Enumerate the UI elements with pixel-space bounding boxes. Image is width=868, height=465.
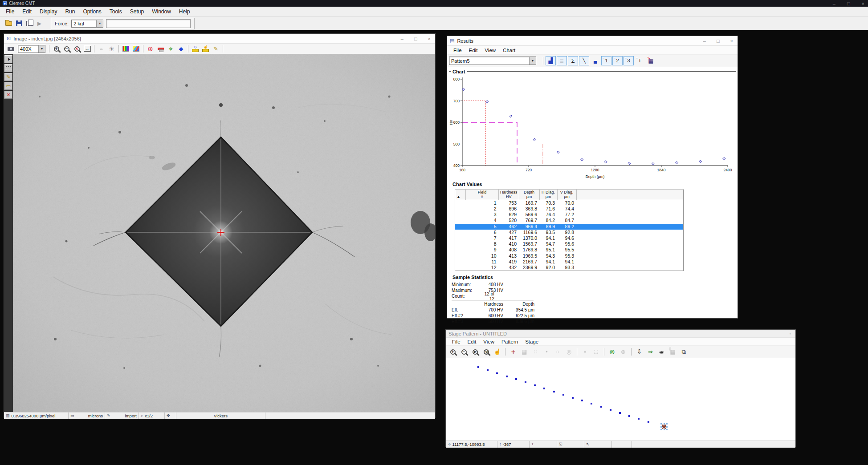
table-row[interactable]: 4520769.784.284.7 <box>455 218 684 223</box>
red-ruler-button[interactable] <box>155 44 166 53</box>
pattern-point[interactable] <box>562 394 564 396</box>
zoom-cursor-button[interactable]: ➤ <box>470 347 480 356</box>
export-pattern-button[interactable]: ⇒ <box>645 347 656 356</box>
maximize-icon[interactable]: □ <box>414 36 417 41</box>
maximize-icon[interactable]: □ <box>847 1 850 6</box>
pattern-point[interactable] <box>515 378 517 380</box>
table-row[interactable]: 94081769.895.195.5 <box>455 247 684 253</box>
close-icon[interactable]: × <box>862 1 864 6</box>
pattern-point[interactable] <box>525 381 526 383</box>
table-row[interactable]: 84101569.794.795.6 <box>455 241 684 247</box>
select-rect-tool-button[interactable] <box>4 64 12 72</box>
maximize-icon[interactable]: □ <box>717 38 720 44</box>
column-header[interactable]: Field# <box>466 190 499 200</box>
magnification-select[interactable]: 400X ▼ <box>18 45 45 53</box>
chart-values-table[interactable]: ▲Field#HardnessHVDepthµmH Diag.µmV Diag.… <box>455 189 684 271</box>
curve-chart-button[interactable]: ╲ <box>579 56 589 65</box>
zoom-in-button[interactable]: + <box>448 347 458 356</box>
delete-chart-button[interactable]: ▦↘ <box>646 56 656 65</box>
column-header[interactable]: Depthµm <box>519 190 539 200</box>
pattern-point[interactable] <box>534 384 536 386</box>
zoom-out-button[interactable]: − <box>61 44 72 53</box>
table-row[interactable]: 104131969.594.395.3 <box>455 253 684 259</box>
pattern-point[interactable] <box>591 403 592 404</box>
menu-window[interactable]: Window <box>148 8 175 16</box>
palette-button[interactable] <box>121 44 131 53</box>
run-button[interactable]: ► <box>34 19 45 28</box>
stage-down-button[interactable]: ⇩ <box>634 347 644 356</box>
minimize-icon[interactable]: – <box>833 1 835 6</box>
pattern-point[interactable] <box>638 418 640 420</box>
measure-tool-button[interactable]: ▭ <box>4 82 12 90</box>
pattern-point[interactable] <box>648 421 649 423</box>
micrograph-image[interactable] <box>13 54 435 412</box>
chart-t-button[interactable]: T·· <box>635 56 645 65</box>
brightness-button[interactable]: ☀ <box>106 44 117 53</box>
window-control-stub[interactable]: ▫ <box>790 332 791 336</box>
pattern-point[interactable] <box>628 415 630 417</box>
open-file-button[interactable] <box>4 19 14 28</box>
chart-1-button[interactable]: 1·· <box>601 56 611 65</box>
stage-diamond-button[interactable]: ◇ <box>190 44 200 53</box>
menu-options[interactable]: Options <box>79 8 105 16</box>
menu-pattern[interactable]: Pattern <box>498 338 522 345</box>
zoom-extents-button[interactable]: ⇲ <box>481 347 491 356</box>
close-icon[interactable]: × <box>730 38 733 44</box>
delete-tool-button[interactable]: × <box>4 91 12 99</box>
pattern-point[interactable] <box>581 400 583 401</box>
menu-stage[interactable]: Stage <box>522 338 542 345</box>
menu-file[interactable]: File <box>448 338 464 345</box>
menu-edit[interactable]: Edit <box>18 8 36 16</box>
pen-button[interactable]: ✎ <box>211 44 221 53</box>
eye-button[interactable]: ◉ <box>656 347 667 356</box>
width-measure-button[interactable]: ↔ <box>82 44 92 53</box>
table-row[interactable]: 74171370.094.194.6 <box>455 235 684 241</box>
results-chart-area[interactable]: 400500600700800160720128018402400HVDepth… <box>449 75 736 181</box>
loop-run-button[interactable]: ⊚ <box>607 347 617 356</box>
minimize-icon[interactable]: – <box>401 36 403 41</box>
menu-display[interactable]: Display <box>36 8 61 16</box>
pattern-point[interactable] <box>543 388 545 389</box>
stage-hand-button[interactable]: ☝ <box>200 44 211 53</box>
table-row[interactable]: 5462969.489.989.2 <box>455 224 684 230</box>
chart-3-button[interactable]: 3·· <box>623 56 634 65</box>
zoom-in-button[interactable]: + <box>51 44 61 53</box>
table-row[interactable]: 3629569.676.477.2 <box>455 212 684 218</box>
image-window-titlebar[interactable]: ⊡ Image - indent.jpg [2464x2056] –□× <box>4 34 435 44</box>
chart-2-button[interactable]: 2·· <box>612 56 623 65</box>
pattern-point[interactable] <box>600 406 602 408</box>
cursor-tool-button[interactable]: ➤ <box>4 55 12 63</box>
results-titlebar[interactable]: ▤ Results –□× <box>447 36 738 46</box>
menu-tools[interactable]: Tools <box>106 8 126 16</box>
column-header[interactable]: V Diag.µm <box>557 190 576 200</box>
close-icon[interactable]: × <box>428 36 431 41</box>
minimize-icon[interactable]: – <box>703 38 706 44</box>
copy-page-button[interactable]: ⧉ <box>679 347 689 356</box>
pattern-point[interactable] <box>572 397 574 399</box>
copy-button[interactable] <box>24 19 34 28</box>
camera-button[interactable] <box>6 44 16 53</box>
pencil-tool-button[interactable]: ✎ <box>4 73 12 81</box>
menu-file[interactable]: File <box>450 47 465 54</box>
force-select[interactable]: 2 kgf ▼ <box>71 20 103 28</box>
menu-chart[interactable]: Chart <box>499 47 519 54</box>
save-button[interactable] <box>14 19 24 28</box>
pattern-point[interactable] <box>477 366 479 368</box>
pattern-point[interactable] <box>506 376 508 377</box>
table-row[interactable]: 114192169.794.194.1 <box>455 259 684 265</box>
table-row[interactable]: 124322369.992.093.3 <box>455 265 684 271</box>
crosshair-button[interactable]: ⌖ <box>166 44 176 53</box>
menu-edit[interactable]: Edit <box>464 338 480 345</box>
menu-help[interactable]: Help <box>175 8 194 16</box>
pan-hand-button[interactable]: ☝ <box>492 347 502 356</box>
menu-edit[interactable]: Edit <box>465 47 481 54</box>
blue-diamond-button[interactable]: ◆ <box>176 44 186 53</box>
pattern-point[interactable] <box>619 412 621 414</box>
histogram-chart-button[interactable]: ▟ <box>546 56 556 65</box>
pattern-point[interactable] <box>610 409 611 411</box>
menu-run[interactable]: Run <box>61 8 79 16</box>
zoom-cancel-button[interactable]: × <box>72 44 82 53</box>
column-header[interactable]: ▲ <box>455 190 466 200</box>
pattern-point[interactable] <box>553 391 555 392</box>
selected-pattern-point[interactable] <box>660 423 668 430</box>
